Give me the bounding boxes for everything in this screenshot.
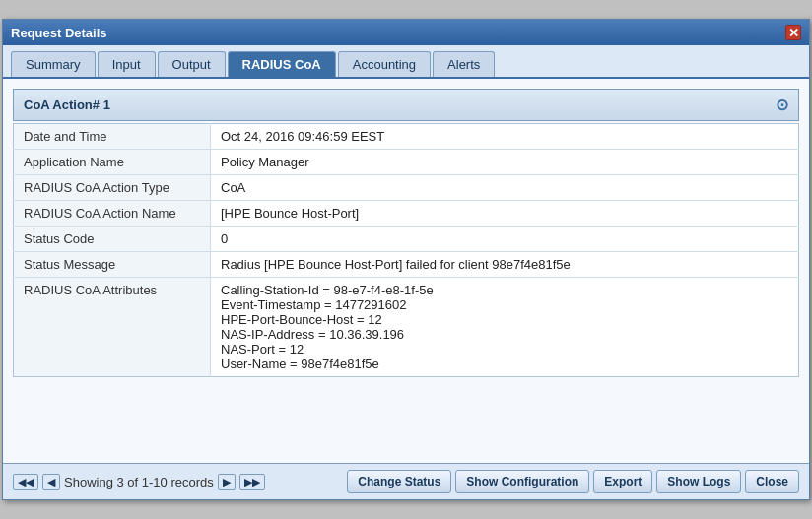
pagination-area: ◀◀ ◀ Showing 3 of 1-10 records ▶ ▶▶ xyxy=(13,474,265,490)
field-value: Radius [HPE Bounce Host-Port] failed for… xyxy=(211,252,799,278)
pagination-text: Showing 3 of 1-10 records xyxy=(64,475,214,489)
last-page-button[interactable]: ▶▶ xyxy=(239,474,265,490)
tab-accounting[interactable]: Accounting xyxy=(338,51,431,77)
field-value: Calling-Station-Id = 98-e7-f4-e8-1f-5e E… xyxy=(211,278,799,377)
table-row: RADIUS CoA Action Name [HPE Bounce Host-… xyxy=(14,201,799,227)
field-value: 0 xyxy=(211,227,799,252)
action-buttons: Change Status Show Configuration Export … xyxy=(347,470,799,493)
tab-bar: Summary Input Output RADIUS CoA Accounti… xyxy=(3,45,809,79)
table-row: Application Name Policy Manager xyxy=(14,150,799,175)
close-icon: ✕ xyxy=(788,26,799,40)
data-table: Date and Time Oct 24, 2016 09:46:59 EEST… xyxy=(13,123,799,377)
next-page-button[interactable]: ▶ xyxy=(218,474,236,490)
content-area: CoA Action# 1 ⊙ Date and Time Oct 24, 20… xyxy=(3,79,809,463)
tab-summary[interactable]: Summary xyxy=(11,51,96,77)
change-status-button[interactable]: Change Status xyxy=(347,470,451,493)
field-label: Status Message xyxy=(14,252,211,278)
field-label: Date and Time xyxy=(14,124,211,150)
field-label: Application Name xyxy=(14,150,211,175)
field-label: RADIUS CoA Action Name xyxy=(14,201,211,227)
table-row: Status Code 0 xyxy=(14,227,799,252)
tab-output[interactable]: Output xyxy=(158,51,226,77)
table-row: Date and Time Oct 24, 2016 09:46:59 EEST xyxy=(14,124,799,150)
table-row: Status Message Radius [HPE Bounce Host-P… xyxy=(14,252,799,278)
tab-input[interactable]: Input xyxy=(98,51,156,77)
show-logs-button[interactable]: Show Logs xyxy=(656,470,741,493)
show-configuration-button[interactable]: Show Configuration xyxy=(455,470,589,493)
field-label: RADIUS CoA Attributes xyxy=(14,278,211,377)
field-label: Status Code xyxy=(14,227,211,252)
first-page-button[interactable]: ◀◀ xyxy=(13,474,38,490)
field-value: CoA xyxy=(211,175,799,201)
request-details-window: Request Details ✕ Summary Input Output R… xyxy=(2,19,810,500)
field-label: RADIUS CoA Action Type xyxy=(14,175,211,201)
section-header: CoA Action# 1 ⊙ xyxy=(13,89,799,121)
export-button[interactable]: Export xyxy=(593,470,652,493)
prev-page-button[interactable]: ◀ xyxy=(42,474,60,490)
window-title: Request Details xyxy=(11,26,107,40)
section-title: CoA Action# 1 xyxy=(24,97,110,112)
window-close-button[interactable]: ✕ xyxy=(785,25,801,40)
field-value: Oct 24, 2016 09:46:59 EEST xyxy=(211,124,799,150)
section-toggle-icon[interactable]: ⊙ xyxy=(776,96,788,114)
tab-alerts[interactable]: Alerts xyxy=(433,51,495,77)
title-bar: Request Details ✕ xyxy=(3,20,809,45)
table-row: RADIUS CoA Action Type CoA xyxy=(14,175,799,201)
close-button[interactable]: Close xyxy=(745,470,799,493)
table-row: RADIUS CoA Attributes Calling-Station-Id… xyxy=(14,278,799,377)
tab-radius-coa[interactable]: RADIUS CoA xyxy=(228,51,336,77)
field-value: [HPE Bounce Host-Port] xyxy=(211,201,799,227)
footer-bar: ◀◀ ◀ Showing 3 of 1-10 records ▶ ▶▶ Chan… xyxy=(3,463,809,499)
field-value: Policy Manager xyxy=(211,150,799,175)
